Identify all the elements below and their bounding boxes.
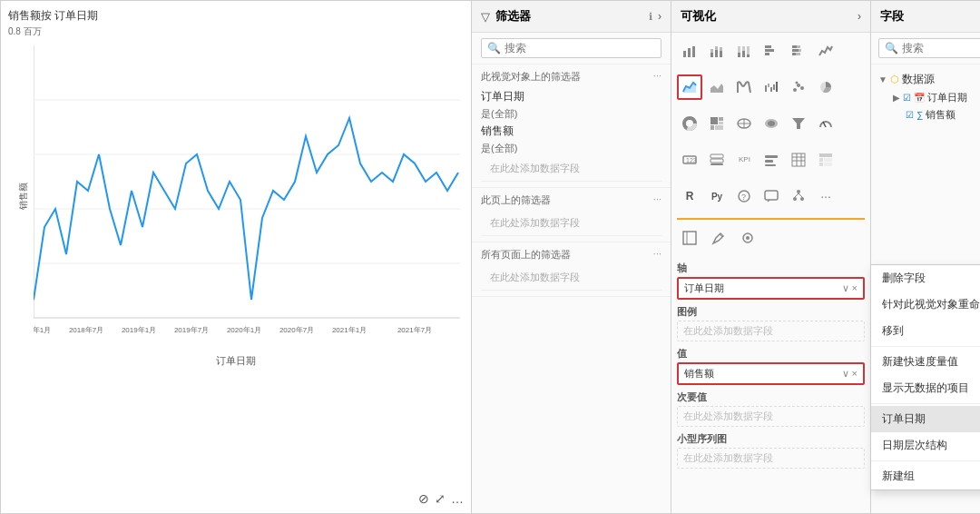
decomp-tree-icon[interactable] (786, 183, 811, 209)
datasource-collapse-icon: ▼ (878, 74, 887, 84)
stacked-bar-icon[interactable] (704, 38, 730, 64)
qna-icon[interactable]: ? (731, 183, 757, 209)
line-chart-type-icon[interactable] (813, 38, 838, 64)
svg-point-100 (746, 236, 750, 240)
ctx-move[interactable]: 移到 ▶ (871, 318, 980, 344)
pie-chart-icon[interactable] (813, 74, 838, 100)
value-field-box[interactable]: 销售额 ∨ × (677, 362, 865, 385)
bar-chart-icon[interactable] (677, 38, 702, 64)
more-toolbar-icon[interactable]: … (451, 491, 464, 506)
ctx-new-group[interactable]: 新建组 (871, 463, 980, 489)
waterfall-icon[interactable] (759, 74, 784, 100)
svg-rect-21 (692, 46, 695, 57)
order-date-calendar-icon: 📅 (914, 93, 925, 103)
viz-analytics-tab[interactable] (735, 225, 760, 251)
ctx-new-measure[interactable]: 新建快速度量值 (871, 349, 980, 375)
svg-text:2018年7月: 2018年7月 (69, 326, 103, 334)
svg-point-91 (797, 190, 800, 193)
svg-rect-57 (710, 117, 718, 124)
filter-toolbar-icon[interactable]: ⊘ (418, 491, 429, 506)
stacked-horiz-icon[interactable] (786, 38, 811, 64)
fields-order-date-item[interactable]: ▶ ☑ 📅 订单日期 (878, 89, 980, 106)
svg-rect-85 (824, 158, 832, 162)
svg-rect-71 (710, 154, 723, 158)
viz-header: 可视化 › (671, 1, 870, 33)
axis-close-icon[interactable]: × (852, 282, 858, 294)
filled-map-icon[interactable] (759, 111, 784, 136)
value-expand-icon[interactable]: ∨ (842, 368, 849, 380)
viz-fields-section: 轴 订单日期 ∨ × 图例 在此处添加数据字段 值 销售额 ∨ × 次要值 在此… (671, 252, 870, 513)
fields-datasource-header[interactable]: ▼ ⬡ 数据源 (878, 70, 980, 89)
horiz-bar-icon[interactable] (759, 38, 784, 64)
filter-expand-icon[interactable]: › (658, 10, 662, 23)
viz-expand-icon[interactable]: › (858, 10, 861, 23)
svg-rect-49 (776, 82, 778, 92)
ctx-show-no-data[interactable]: 显示无数据的项目 (871, 375, 980, 401)
svg-rect-84 (819, 158, 823, 162)
100pct-bar-icon[interactable] (731, 38, 757, 64)
more-visuals-icon[interactable]: ··· (813, 183, 838, 209)
svg-marker-67 (792, 118, 805, 129)
filter-add-page-field[interactable]: 在此处添加数据字段 (481, 211, 662, 236)
ctx-order-date[interactable]: 订单日期 ✓ (871, 406, 980, 432)
x-axis-label: 订单日期 (8, 354, 464, 368)
treemap-icon[interactable] (704, 111, 730, 136)
svg-rect-61 (715, 125, 723, 130)
donut-chart-icon[interactable] (677, 111, 702, 136)
filter-search-box[interactable]: 🔍 (481, 38, 662, 58)
svg-rect-59 (719, 122, 723, 124)
line-area-icon[interactable] (677, 74, 702, 100)
axis-field-box[interactable]: 订单日期 ∨ × (677, 277, 865, 300)
scatter-chart-icon[interactable] (786, 74, 811, 100)
svg-text:KPI: KPI (739, 155, 750, 163)
svg-rect-45 (765, 85, 767, 92)
svg-text:2019年7月: 2019年7月 (174, 326, 209, 334)
card-icon[interactable]: 123 (677, 147, 702, 173)
python-visual-icon[interactable]: Py (704, 183, 730, 209)
ctx-date-hierarchy[interactable]: 日期层次结构 (871, 432, 980, 459)
ctx-delete-field[interactable]: 删除字段 (871, 265, 980, 292)
small-multiple-label: 小型序列图 (677, 432, 865, 446)
svg-marker-44 (710, 84, 723, 93)
viz-fields-tab[interactable] (677, 225, 702, 251)
matrix-icon[interactable] (813, 147, 838, 173)
filter-all-dots[interactable]: ··· (653, 248, 662, 262)
svg-text:2018年1月: 2018年1月 (34, 326, 51, 334)
multirow-card-icon[interactable] (704, 147, 730, 173)
filter-add-view-field[interactable]: 在此处添加数据字段 (481, 156, 662, 182)
filter-view-dots[interactable]: ··· (653, 70, 662, 84)
slicer-icon[interactable] (759, 147, 784, 173)
funnel-icon[interactable] (786, 111, 811, 136)
filter-info-icon[interactable]: ℹ (649, 11, 652, 23)
ribbon-chart-icon[interactable] (731, 74, 757, 100)
fields-sales-item[interactable]: ☑ ∑ 销售额 (878, 106, 980, 124)
filter-sales-item[interactable]: 销售额 (481, 122, 662, 141)
smart-narrative-icon[interactable] (759, 183, 784, 209)
area-chart-icon[interactable] (704, 74, 730, 100)
map-icon[interactable] (731, 111, 757, 136)
r-visual-icon[interactable]: R (677, 183, 702, 209)
chart-area: 销售额 0.8 0.6 0.4 0.2 0.0 2018年1月 2018年7月 … (8, 42, 464, 351)
svg-text:?: ? (741, 193, 746, 202)
svg-text:2020年1月: 2020年1月 (227, 326, 261, 334)
filter-search-input[interactable] (505, 42, 655, 54)
small-multiple-placeholder[interactable]: 在此处添加数据字段 (677, 448, 865, 469)
sales-label: 销售额 (926, 108, 956, 122)
filter-add-all-field[interactable]: 在此处添加数据字段 (481, 265, 662, 291)
secondary-label: 次要值 (677, 390, 865, 404)
secondary-placeholder[interactable]: 在此处添加数据字段 (677, 406, 865, 427)
filter-date-item[interactable]: 订单日期 (481, 87, 662, 106)
filter-page-dots[interactable]: ··· (653, 193, 662, 207)
table-icon[interactable] (786, 147, 811, 173)
fields-search-box[interactable]: 🔍 (878, 38, 980, 58)
svg-rect-83 (819, 153, 832, 157)
kpi-icon[interactable]: KPI (731, 147, 757, 173)
viz-format-tab[interactable] (706, 225, 731, 251)
fields-search-input[interactable] (902, 42, 980, 54)
value-close-icon[interactable]: × (852, 368, 858, 380)
legend-placeholder[interactable]: 在此处添加数据字段 (677, 321, 865, 341)
axis-expand-icon[interactable]: ∨ (842, 282, 849, 294)
ctx-rename[interactable]: 针对此视觉对象重命名 (871, 292, 980, 318)
expand-toolbar-icon[interactable]: ⤢ (435, 491, 446, 506)
gauge-icon[interactable] (813, 111, 838, 136)
